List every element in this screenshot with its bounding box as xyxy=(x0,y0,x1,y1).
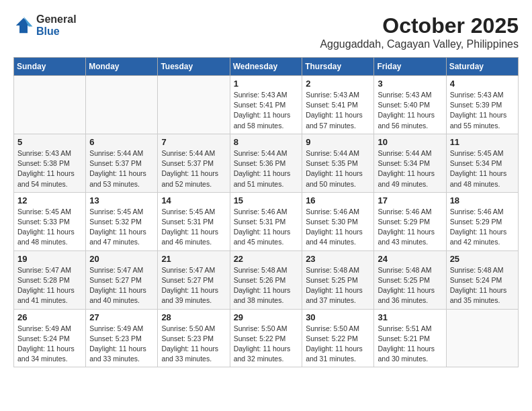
calendar-cell: 5Sunrise: 5:43 AMSunset: 5:38 PMDaylight… xyxy=(14,134,86,192)
calendar-cell: 26Sunrise: 5:49 AMSunset: 5:24 PMDayligh… xyxy=(14,309,86,367)
calendar-cell: 8Sunrise: 5:44 AMSunset: 5:36 PMDaylight… xyxy=(230,134,302,192)
day-info: Sunrise: 5:47 AMSunset: 5:27 PMDaylight:… xyxy=(161,265,226,306)
day-info: Sunrise: 5:46 AMSunset: 5:30 PMDaylight:… xyxy=(306,207,370,248)
calendar-cell: 18Sunrise: 5:46 AMSunset: 5:29 PMDayligh… xyxy=(446,192,518,250)
weekday-header-row: SundayMondayTuesdayWednesdayThursdayFrid… xyxy=(14,58,519,76)
day-info: Sunrise: 5:45 AMSunset: 5:32 PMDaylight:… xyxy=(89,207,154,248)
day-info: Sunrise: 5:44 AMSunset: 5:37 PMDaylight:… xyxy=(89,148,154,189)
calendar-cell xyxy=(158,76,230,134)
day-number: 21 xyxy=(161,254,226,264)
calendar-cell: 21Sunrise: 5:47 AMSunset: 5:27 PMDayligh… xyxy=(158,250,230,309)
calendar-cell: 12Sunrise: 5:45 AMSunset: 5:33 PMDayligh… xyxy=(14,192,86,250)
weekday-header-sunday: Sunday xyxy=(14,58,86,76)
day-info: Sunrise: 5:43 AMSunset: 5:39 PMDaylight:… xyxy=(450,90,515,131)
day-number: 16 xyxy=(306,195,370,205)
calendar-cell: 23Sunrise: 5:48 AMSunset: 5:25 PMDayligh… xyxy=(302,250,374,309)
day-info: Sunrise: 5:50 AMSunset: 5:23 PMDaylight:… xyxy=(161,324,226,365)
day-number: 23 xyxy=(306,254,370,264)
day-number: 22 xyxy=(234,254,299,264)
calendar-cell: 28Sunrise: 5:50 AMSunset: 5:23 PMDayligh… xyxy=(158,309,230,367)
calendar-cell: 15Sunrise: 5:46 AMSunset: 5:31 PMDayligh… xyxy=(230,192,302,250)
day-number: 7 xyxy=(161,137,226,147)
calendar-cell: 7Sunrise: 5:44 AMSunset: 5:37 PMDaylight… xyxy=(158,134,230,192)
day-info: Sunrise: 5:47 AMSunset: 5:28 PMDaylight:… xyxy=(17,265,82,306)
calendar-cell: 2Sunrise: 5:43 AMSunset: 5:41 PMDaylight… xyxy=(302,76,374,134)
day-info: Sunrise: 5:48 AMSunset: 5:25 PMDaylight:… xyxy=(306,265,370,306)
day-info: Sunrise: 5:44 AMSunset: 5:34 PMDaylight:… xyxy=(378,148,442,189)
calendar-cell: 29Sunrise: 5:50 AMSunset: 5:22 PMDayligh… xyxy=(230,309,302,367)
calendar-cell: 20Sunrise: 5:47 AMSunset: 5:27 PMDayligh… xyxy=(86,250,158,309)
day-number: 12 xyxy=(17,195,82,205)
page-header: General Blue October 2025 Aggugaddah, Ca… xyxy=(13,13,519,50)
day-number: 26 xyxy=(17,312,82,322)
logo-blue-text: Blue xyxy=(36,26,77,38)
calendar-week-1: 1Sunrise: 5:43 AMSunset: 5:41 PMDaylight… xyxy=(14,76,519,134)
logo-icon xyxy=(13,15,34,36)
day-number: 15 xyxy=(234,195,299,205)
calendar-cell: 1Sunrise: 5:43 AMSunset: 5:41 PMDaylight… xyxy=(230,76,302,134)
day-info: Sunrise: 5:51 AMSunset: 5:21 PMDaylight:… xyxy=(378,324,442,365)
day-info: Sunrise: 5:43 AMSunset: 5:40 PMDaylight:… xyxy=(378,90,442,131)
day-number: 17 xyxy=(378,195,442,205)
calendar-table: SundayMondayTuesdayWednesdayThursdayFrid… xyxy=(13,57,519,367)
calendar-week-3: 12Sunrise: 5:45 AMSunset: 5:33 PMDayligh… xyxy=(14,192,519,250)
calendar-week-2: 5Sunrise: 5:43 AMSunset: 5:38 PMDaylight… xyxy=(14,134,519,192)
calendar-cell: 13Sunrise: 5:45 AMSunset: 5:32 PMDayligh… xyxy=(86,192,158,250)
calendar-cell: 4Sunrise: 5:43 AMSunset: 5:39 PMDaylight… xyxy=(446,76,518,134)
day-info: Sunrise: 5:50 AMSunset: 5:22 PMDaylight:… xyxy=(234,324,299,365)
title-section: October 2025 Aggugaddah, Cagayan Valley,… xyxy=(320,13,519,50)
day-info: Sunrise: 5:47 AMSunset: 5:27 PMDaylight:… xyxy=(89,265,154,306)
location-title: Aggugaddah, Cagayan Valley, Philippines xyxy=(320,38,519,50)
calendar-cell: 9Sunrise: 5:44 AMSunset: 5:35 PMDaylight… xyxy=(302,134,374,192)
calendar-week-5: 26Sunrise: 5:49 AMSunset: 5:24 PMDayligh… xyxy=(14,309,519,367)
weekday-header-tuesday: Tuesday xyxy=(158,58,230,76)
day-number: 1 xyxy=(234,79,299,89)
day-info: Sunrise: 5:46 AMSunset: 5:29 PMDaylight:… xyxy=(450,207,515,248)
day-info: Sunrise: 5:48 AMSunset: 5:24 PMDaylight:… xyxy=(450,265,515,306)
day-info: Sunrise: 5:44 AMSunset: 5:36 PMDaylight:… xyxy=(234,148,299,189)
day-info: Sunrise: 5:44 AMSunset: 5:35 PMDaylight:… xyxy=(306,148,370,189)
calendar-week-4: 19Sunrise: 5:47 AMSunset: 5:28 PMDayligh… xyxy=(14,250,519,309)
day-number: 9 xyxy=(306,137,370,147)
weekday-header-thursday: Thursday xyxy=(302,58,374,76)
day-number: 13 xyxy=(89,195,154,205)
calendar-cell: 14Sunrise: 5:45 AMSunset: 5:31 PMDayligh… xyxy=(158,192,230,250)
day-number: 14 xyxy=(161,195,226,205)
weekday-header-wednesday: Wednesday xyxy=(230,58,302,76)
calendar-cell: 31Sunrise: 5:51 AMSunset: 5:21 PMDayligh… xyxy=(374,309,446,367)
calendar-cell xyxy=(14,76,86,134)
day-number: 29 xyxy=(234,312,299,322)
day-number: 20 xyxy=(89,254,154,264)
day-number: 27 xyxy=(89,312,154,322)
day-number: 2 xyxy=(306,79,370,89)
day-info: Sunrise: 5:50 AMSunset: 5:22 PMDaylight:… xyxy=(306,324,370,365)
calendar-cell: 6Sunrise: 5:44 AMSunset: 5:37 PMDaylight… xyxy=(86,134,158,192)
calendar-cell: 16Sunrise: 5:46 AMSunset: 5:30 PMDayligh… xyxy=(302,192,374,250)
day-info: Sunrise: 5:45 AMSunset: 5:33 PMDaylight:… xyxy=(17,207,82,248)
day-number: 19 xyxy=(17,254,82,264)
day-info: Sunrise: 5:49 AMSunset: 5:23 PMDaylight:… xyxy=(89,324,154,365)
logo-text: General Blue xyxy=(36,13,77,37)
calendar-cell: 30Sunrise: 5:50 AMSunset: 5:22 PMDayligh… xyxy=(302,309,374,367)
logo: General Blue xyxy=(13,13,77,37)
day-info: Sunrise: 5:45 AMSunset: 5:31 PMDaylight:… xyxy=(161,207,226,248)
calendar-cell: 17Sunrise: 5:46 AMSunset: 5:29 PMDayligh… xyxy=(374,192,446,250)
day-number: 10 xyxy=(378,137,442,147)
day-info: Sunrise: 5:48 AMSunset: 5:25 PMDaylight:… xyxy=(378,265,442,306)
day-number: 6 xyxy=(89,137,154,147)
day-info: Sunrise: 5:46 AMSunset: 5:31 PMDaylight:… xyxy=(234,207,299,248)
day-number: 11 xyxy=(450,137,515,147)
day-number: 5 xyxy=(17,137,82,147)
day-info: Sunrise: 5:49 AMSunset: 5:24 PMDaylight:… xyxy=(17,324,82,365)
day-number: 8 xyxy=(234,137,299,147)
weekday-header-saturday: Saturday xyxy=(446,58,518,76)
day-info: Sunrise: 5:43 AMSunset: 5:38 PMDaylight:… xyxy=(17,148,82,189)
day-number: 31 xyxy=(378,312,442,322)
day-number: 24 xyxy=(378,254,442,264)
calendar-cell: 10Sunrise: 5:44 AMSunset: 5:34 PMDayligh… xyxy=(374,134,446,192)
calendar-cell: 24Sunrise: 5:48 AMSunset: 5:25 PMDayligh… xyxy=(374,250,446,309)
logo-general-text: General xyxy=(36,13,77,26)
day-number: 18 xyxy=(450,195,515,205)
calendar-cell: 27Sunrise: 5:49 AMSunset: 5:23 PMDayligh… xyxy=(86,309,158,367)
day-info: Sunrise: 5:43 AMSunset: 5:41 PMDaylight:… xyxy=(306,90,370,131)
